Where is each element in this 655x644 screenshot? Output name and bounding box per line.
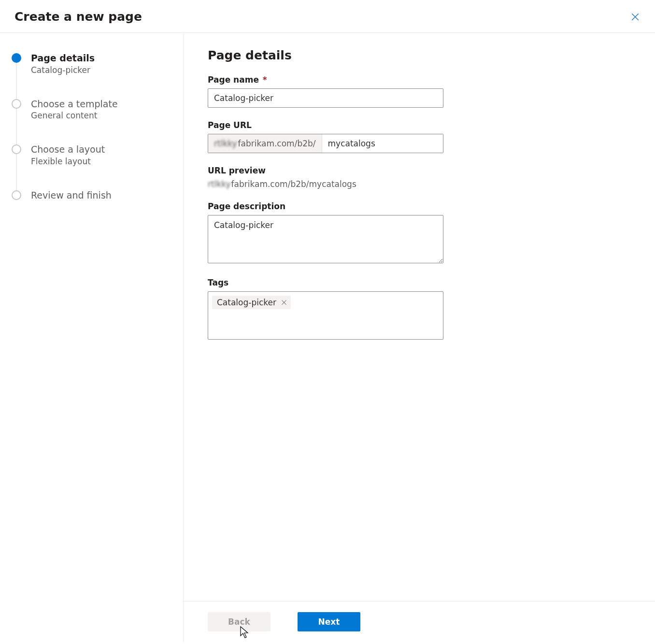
- wizard-steps-sidebar: Page details Catalog-picker Choose a tem…: [0, 33, 184, 642]
- page-name-input[interactable]: [208, 88, 443, 108]
- step-choose-template[interactable]: Choose a template General content: [12, 98, 173, 144]
- field-page-name: Page name *: [208, 75, 631, 108]
- page-name-label: Page name: [208, 75, 259, 85]
- step-title: Choose a template: [31, 98, 118, 110]
- step-marker-icon: [12, 190, 21, 200]
- step-subtitle: Flexible layout: [31, 157, 105, 166]
- field-tags: Tags Catalog-picker: [208, 278, 631, 340]
- tag-label: Catalog-picker: [217, 298, 276, 307]
- content-heading: Page details: [208, 48, 631, 62]
- tags-input-box[interactable]: Catalog-picker: [208, 291, 443, 340]
- step-review-finish[interactable]: Review and finish: [12, 189, 173, 201]
- page-description-label: Page description: [208, 201, 631, 211]
- step-page-details[interactable]: Page details Catalog-picker: [12, 52, 173, 98]
- form-content: Page details Page name * Page URL rtlkky…: [184, 33, 655, 601]
- url-preview-label: URL preview: [208, 166, 631, 175]
- step-title: Choose a layout: [31, 143, 105, 156]
- url-preview-value: rtlkkyfabrikam.com/b2b/mycatalogs: [208, 179, 631, 189]
- tag-chip: Catalog-picker: [212, 296, 291, 309]
- close-button[interactable]: [629, 11, 641, 23]
- required-indicator: *: [263, 75, 267, 85]
- step-subtitle: Catalog-picker: [31, 65, 95, 75]
- step-subtitle: General content: [31, 111, 118, 120]
- step-marker-icon: [12, 53, 21, 63]
- page-url-group: rtlkkyfabrikam.com/b2b/: [208, 134, 443, 153]
- dialog-header: Create a new page: [0, 0, 655, 33]
- step-marker-icon: [12, 99, 21, 109]
- tag-remove-button[interactable]: [281, 300, 287, 305]
- step-choose-layout[interactable]: Choose a layout Flexible layout: [12, 143, 173, 189]
- page-url-prefix: rtlkkyfabrikam.com/b2b/: [208, 134, 322, 153]
- step-title: Review and finish: [31, 189, 112, 201]
- field-page-description: Page description: [208, 201, 631, 265]
- next-button[interactable]: Next: [298, 612, 360, 631]
- field-page-url: Page URL rtlkkyfabrikam.com/b2b/: [208, 120, 631, 153]
- field-url-preview: URL preview rtlkkyfabrikam.com/b2b/mycat…: [208, 166, 631, 189]
- close-icon: [631, 13, 640, 21]
- back-button[interactable]: Back: [208, 612, 271, 631]
- close-icon: [281, 300, 287, 305]
- step-marker-icon: [12, 144, 21, 154]
- wizard-footer: Back Next: [184, 601, 655, 642]
- dialog-title: Create a new page: [14, 10, 142, 24]
- step-title: Page details: [31, 52, 95, 64]
- page-url-label: Page URL: [208, 120, 631, 130]
- tags-label: Tags: [208, 278, 631, 287]
- page-description-input[interactable]: [208, 215, 443, 263]
- page-url-input[interactable]: [322, 134, 443, 153]
